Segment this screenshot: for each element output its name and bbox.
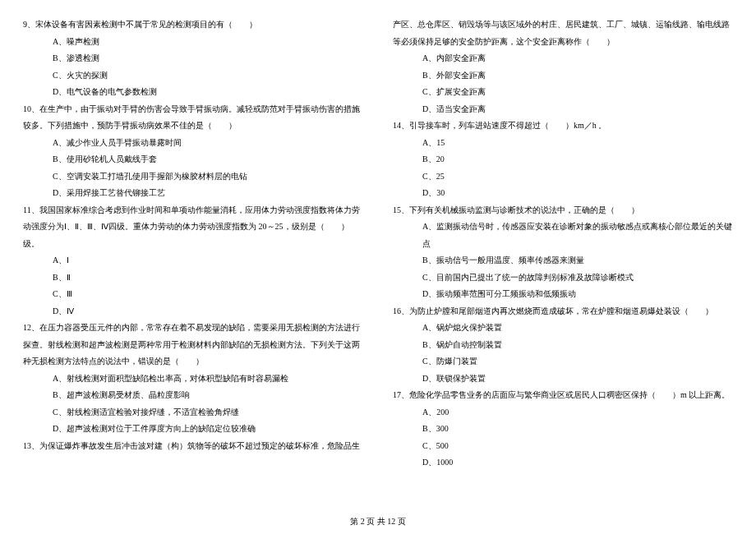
q15-opt-c: C、目前国内已提出了统一的故障判别标准及故障诊断模式 [393, 269, 733, 287]
q12-opt-d: D、超声波检测对位于工件厚度方向上的缺陷定位较准确 [23, 421, 363, 438]
q15-opt-d: D、振动频率范围可分工频振动和低频振动 [393, 286, 733, 303]
q13-stem-part2: 产区、总仓库区、销毁场等与该区域外的村庄、居民建筑、工厂、城镇、运输线路、输电线… [393, 16, 733, 50]
q11-opt-a: A、Ⅰ [23, 252, 363, 269]
page: 9、宋体设备有害因素检测中不属于常见的检测项目的有（ ） A、噪声检测 B、渗透… [0, 0, 756, 534]
q12-opt-a: A、射线检测对面积型缺陷检出率高，对体积型缺陷有时容易漏检 [23, 371, 363, 388]
q14-opt-b: B、20 [393, 151, 733, 168]
q9-stem: 9、宋体设备有害因素检测中不属于常见的检测项目的有（ ） [23, 16, 363, 34]
q17-opt-c: C、500 [393, 438, 733, 455]
q11-stem: 11、我国国家标准综合考虑到作业时间和单项动作能量消耗，应用体力劳动强度指数将体… [23, 202, 363, 253]
q15-opt-a: A、监测振动信号时，传感器应安装在诊断对象的振动敏感点或离核心部位最近的关键点 [393, 219, 733, 252]
page-footer: 第 2 页 共 12 页 [0, 516, 756, 527]
q13-stem-part1: 13、为保证爆炸事故发生后冲击波对建（构）筑物等的破坏不超过预定的破坏标准，危险… [23, 438, 363, 455]
q16-stem: 16、为防止炉膛和尾部烟道内再次燃烧而造成破坏，常在炉膛和烟道易爆处装设（ ） [393, 303, 733, 320]
q17-stem: 17、危险化学品零售业务的店面应与繁华商业区或居民人口稠密区保持（ ）m 以上距… [393, 387, 733, 404]
q11-opt-d: D、Ⅳ [23, 303, 363, 320]
q14-stem: 14、引导接车时，列车进站速度不得超过（ ）km／h 。 [393, 117, 733, 135]
left-column: 9、宋体设备有害因素检测中不属于常见的检测项目的有（ ） A、噪声检测 B、渗透… [23, 16, 378, 526]
q12-opt-c: C、射线检测适宜检验对接焊缝，不适宜检验角焊缝 [23, 404, 363, 421]
q13-opt-c: C、扩展安全距离 [393, 84, 733, 101]
q10-stem: 10、在生产中，由于振动对手臂的伤害会导致手臂振动病。减轻或防范对手臂振动伤害的… [23, 101, 363, 135]
q16-opt-b: B、锅炉自动控制装置 [393, 337, 733, 354]
q9-opt-b: B、渗透检测 [23, 50, 363, 67]
q13-opt-a: A、内部安全距离 [393, 50, 733, 67]
q12-stem: 12、在压力容器受压元件的内部，常常存在着不易发现的缺陷，需要采用无损检测的方法… [23, 320, 363, 371]
q11-opt-b: B、Ⅱ [23, 269, 363, 287]
right-column: 产区、总仓库区、销毁场等与该区域外的村庄、居民建筑、工厂、城镇、运输线路、输电线… [378, 16, 733, 526]
q13-opt-b: B、外部安全距离 [393, 67, 733, 85]
q10-opt-c: C、空调安装工打墙孔使用手握部为橡胶材料层的电钻 [23, 168, 363, 186]
q15-stem: 15、下列有关机械振动监测与诊断技术的说法中，正确的是（ ） [393, 202, 733, 219]
q9-opt-c: C、火灾的探测 [23, 67, 363, 85]
q9-opt-d: D、电气设备的电气参数检测 [23, 84, 363, 101]
q11-opt-c: C、Ⅲ [23, 286, 363, 303]
q10-opt-a: A、减少作业人员手臂振动暴露时间 [23, 135, 363, 152]
q16-opt-d: D、联锁保护装置 [393, 371, 733, 388]
q16-opt-a: A、锅炉熄火保护装置 [393, 320, 733, 337]
q17-opt-a: A、200 [393, 404, 733, 421]
q10-opt-b: B、使用砂轮机人员戴线手套 [23, 151, 363, 168]
q17-opt-b: B、300 [393, 421, 733, 438]
q12-opt-b: B、超声波检测易受材质、晶粒度影响 [23, 387, 363, 404]
q9-opt-a: A、噪声检测 [23, 34, 363, 51]
q14-opt-d: D、30 [393, 185, 733, 202]
q13-opt-d: D、适当安全距离 [393, 101, 733, 118]
q14-opt-c: C、25 [393, 168, 733, 186]
q17-opt-d: D、1000 [393, 454, 733, 472]
q15-opt-b: B、振动信号一般用温度、频率传感器来测量 [393, 252, 733, 269]
q14-opt-a: A、15 [393, 135, 733, 152]
q16-opt-c: C、防爆门装置 [393, 353, 733, 371]
q10-opt-d: D、采用焊接工艺替代铆接工艺 [23, 185, 363, 202]
